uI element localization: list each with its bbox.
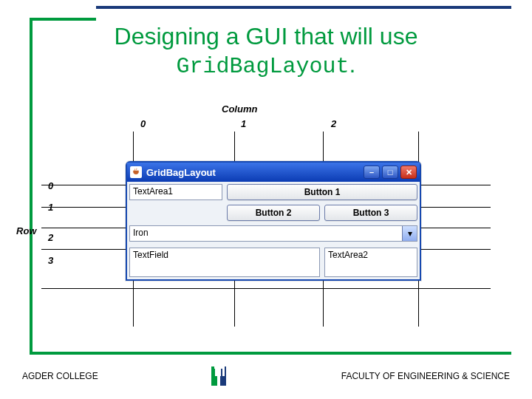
slide-frame-bottom xyxy=(30,352,511,355)
title-tail: . xyxy=(349,51,356,78)
svg-rect-1 xyxy=(215,369,217,376)
grid-row-1: Button 2 Button 3 xyxy=(127,202,420,223)
window-client-area: TextArea1 Button 1 Button 2 Button 3 Iro… xyxy=(127,182,420,279)
column-header-text: Column xyxy=(222,103,257,115)
slide-top-accent xyxy=(96,6,511,9)
footer-left: AGDER COLLEGE xyxy=(22,371,98,381)
slide-frame-top xyxy=(30,18,96,21)
button-3[interactable]: Button 3 xyxy=(324,205,417,221)
java-cup-icon xyxy=(130,166,142,178)
footer-right: FACULTY OF ENGINEERING & SCIENCE xyxy=(341,371,510,381)
row-index-3: 3 xyxy=(48,255,53,266)
textarea2[interactable]: TextArea2 xyxy=(324,248,417,277)
svg-rect-0 xyxy=(214,366,225,369)
title-code: GridBagLayout xyxy=(177,54,349,79)
close-button[interactable]: ✕ xyxy=(400,166,417,179)
button-2[interactable]: Button 2 xyxy=(227,205,320,221)
column-index-2: 2 xyxy=(331,118,336,129)
textarea1[interactable]: TextArea1 xyxy=(129,184,222,200)
grid-row-3: TextField TextArea2 xyxy=(127,244,420,279)
minimize-icon: – xyxy=(369,168,374,177)
college-logo xyxy=(207,364,232,389)
minimize-button[interactable]: – xyxy=(364,166,380,179)
column-index-0: 0 xyxy=(140,118,146,129)
grid-row-0: TextArea1 Button 1 xyxy=(127,182,420,202)
combo-box[interactable]: Iron ▾ xyxy=(129,225,417,242)
row-index-0: 0 xyxy=(48,180,53,191)
svg-rect-3 xyxy=(222,369,225,376)
window-titlebar[interactable]: GridBagLayout – □ ✕ xyxy=(127,163,420,182)
grid-row-2: Iron ▾ xyxy=(127,223,420,244)
grid-hline-4 xyxy=(41,288,491,289)
java-window: GridBagLayout – □ ✕ TextArea1 Button 1 B… xyxy=(126,161,421,281)
title-line2: GridBagLayout. xyxy=(0,50,532,80)
svg-rect-2 xyxy=(219,369,221,376)
row-index-2: 2 xyxy=(48,232,53,243)
maximize-button[interactable]: □ xyxy=(382,166,398,179)
close-icon: ✕ xyxy=(406,168,412,177)
button-1[interactable]: Button 1 xyxy=(227,184,417,200)
window-title: GridBagLayout xyxy=(146,167,216,178)
textfield[interactable]: TextField xyxy=(129,248,320,277)
combo-selected: Iron xyxy=(130,226,402,241)
window-buttons: – □ ✕ xyxy=(364,166,417,179)
chevron-down-icon: ▾ xyxy=(408,228,412,239)
column-header-label: Column xyxy=(222,103,257,115)
column-index-1: 1 xyxy=(241,118,246,129)
combo-dropdown-button[interactable]: ▾ xyxy=(402,226,417,241)
row-header-label: Row xyxy=(16,225,36,236)
maximize-icon: □ xyxy=(388,168,393,177)
title-line1: Designing a GUI that will use xyxy=(0,22,532,50)
slide-title: Designing a GUI that will use GridBagLay… xyxy=(0,22,532,80)
slide-footer: AGDER COLLEGE FACULTY OF ENGINEERING & S… xyxy=(0,364,532,389)
